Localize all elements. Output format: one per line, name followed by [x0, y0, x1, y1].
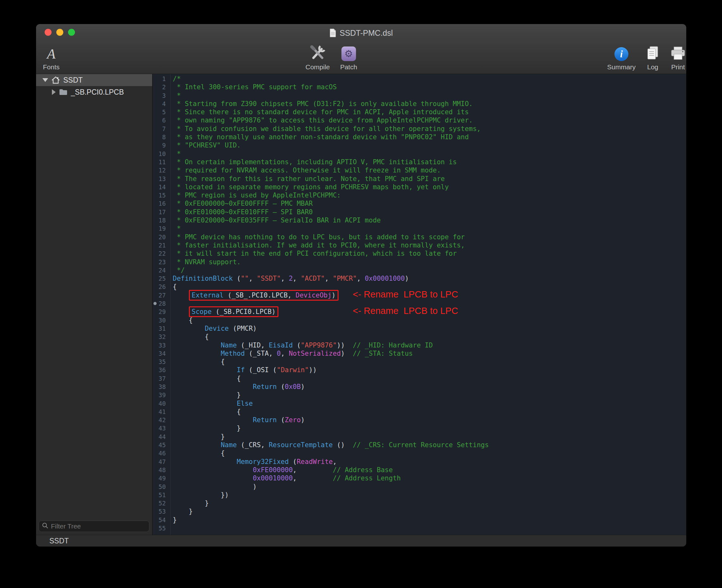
code-token: Scope — [192, 308, 212, 316]
code-line: 13 * The reason for this is rather uncle… — [152, 175, 686, 183]
line-number: 18 — [152, 216, 170, 224]
code-text: * 0xFE000000~0xFE00FFFF – PMC MBAR — [170, 200, 686, 208]
code-token: , — [293, 466, 333, 474]
code-token: } — [173, 391, 241, 399]
code-token: Return — [253, 383, 277, 391]
code-editor[interactable]: 1/*2 * Intel 300-series PMC support for … — [152, 74, 686, 535]
code-token: "" — [241, 275, 249, 282]
line-number: 38 — [152, 383, 170, 391]
compile-label: Compile — [305, 63, 330, 71]
code-text: } — [170, 391, 686, 399]
statusbar-selection-label: SSDT — [49, 537, 69, 545]
compile-button[interactable]: Compile — [305, 45, 330, 71]
code-token: DefinitionBlock — [173, 275, 233, 282]
line-number: 12 — [152, 166, 170, 174]
code-token: 0xFE000000 — [253, 466, 293, 474]
code-token: * The reason for this is rather unclear.… — [173, 175, 445, 183]
code-token: // Address Length — [333, 475, 401, 482]
code-token: * required for NVRAM access. Otherwise i… — [173, 166, 441, 174]
code-line: 31 Device (PMCR) — [152, 324, 686, 333]
line-number: 5 — [152, 108, 170, 116]
code-text: /* — [170, 75, 686, 83]
line-number: 13 — [152, 175, 170, 183]
code-token: } — [173, 499, 209, 507]
filter-tree-input[interactable] — [51, 523, 146, 530]
code-token: * — [173, 225, 180, 232]
code-line: 33 Name (_HID, EisaId ("APP9876")) // _H… — [152, 341, 686, 350]
patch-button[interactable]: ⚙ Patch — [340, 45, 357, 71]
code-token: // _STA: Status — [353, 350, 413, 357]
code-token — [173, 366, 237, 374]
code-line: 52 } — [152, 499, 686, 507]
code-text — [170, 524, 686, 532]
print-button[interactable]: Print — [670, 45, 686, 71]
code-line: 32 { — [152, 333, 686, 341]
fonts-button[interactable]: A Fonts — [43, 45, 60, 71]
code-text: * 0xFE010000~0xFE010FFF – SPI BAR0 — [170, 208, 686, 216]
code-line: 9 * "PCHRESV" UID. — [152, 141, 686, 149]
code-line: 27 External (_SB_.PCI0.LPCB, DeviceObj)<… — [152, 291, 686, 299]
log-label: Log — [647, 63, 658, 71]
sidebar: SSDT _SB.PCI0.LPCB — [36, 74, 152, 535]
code-token: (_SB.PCI0.LPCB) — [212, 308, 276, 316]
search-icon — [42, 523, 48, 530]
code-token: // Address Base — [333, 466, 393, 474]
code-text: * To avoid confusion we disable this dev… — [170, 125, 686, 133]
code-line: 11 * On certain implementations, includi… — [152, 158, 686, 166]
code-token: Name — [221, 341, 237, 349]
code-text: * own naming "APP9876" to access this de… — [170, 116, 686, 124]
code-token: ) — [332, 292, 336, 299]
line-number: 34 — [152, 350, 170, 358]
code-token: "PMCR" — [333, 275, 357, 282]
line-number: 3 — [152, 91, 170, 100]
line-number: 43 — [152, 424, 170, 432]
code-line: 4 * Starting from Z390 chipsets PMC (D31… — [152, 100, 686, 108]
line-number: 35 — [152, 358, 170, 366]
line-number: 8 — [152, 133, 170, 141]
code-token: * NVRAM support. — [173, 258, 241, 266]
code-text: { — [170, 449, 686, 457]
code-token: ) — [173, 483, 257, 490]
line-number: 6 — [152, 116, 170, 124]
code-token: * 0xFE020000~0xFE035FFF – SerialIo BAR i… — [173, 216, 381, 224]
code-text: } — [170, 499, 686, 507]
code-token — [173, 475, 253, 482]
line-number: 41 — [152, 407, 170, 416]
code-token: ) — [341, 350, 353, 357]
sidebar-item-sb-pci0-lpcb[interactable]: _SB.PCI0.LPCB — [36, 86, 152, 98]
code-token: } — [173, 433, 225, 441]
line-number: 32 — [152, 333, 170, 341]
code-text: { — [170, 316, 686, 324]
window-header: SSDT-PMC.dsl A Fonts Compile — [36, 24, 686, 74]
line-number: 4 — [152, 100, 170, 108]
summary-button[interactable]: i Summary — [607, 45, 636, 71]
code-token: (_HID, — [237, 341, 269, 349]
code-token — [173, 325, 205, 332]
code-text: * — [170, 91, 686, 100]
code-text: * NVRAM support. — [170, 258, 686, 266]
code-token: , — [249, 275, 257, 282]
code-text: * On certain implementations, including … — [170, 158, 686, 166]
toolbar: A Fonts Compile ⚙ — [36, 41, 686, 74]
code-text: Return (0x0B) — [170, 383, 686, 391]
log-button[interactable]: Log — [645, 45, 660, 71]
code-line: 23 * NVRAM support. — [152, 258, 686, 266]
desktop: { "colors": { "comment": "#3f9f3c", "key… — [0, 0, 722, 588]
code-text: * as they normally use another non-stand… — [170, 133, 686, 141]
line-number: 40 — [152, 399, 170, 407]
sidebar-item-ssdt[interactable]: SSDT — [36, 74, 152, 86]
code-line: 34 Method (_STA, 0, NotSerialized) // _S… — [152, 350, 686, 358]
disclosure-closed-icon[interactable] — [52, 89, 56, 95]
disclosure-open-icon[interactable] — [42, 78, 48, 82]
line-number: 39 — [152, 391, 170, 399]
code-token: * located in separate memory regions and… — [173, 183, 449, 191]
code-token: , — [333, 458, 337, 465]
code-token: If — [237, 366, 245, 374]
code-text: }) — [170, 491, 686, 499]
line-number: 11 — [152, 158, 170, 166]
titlebar[interactable]: SSDT-PMC.dsl — [36, 24, 686, 41]
code-token: () — [333, 441, 353, 449]
code-token: 2 — [289, 275, 293, 282]
code-token: EisaId — [269, 341, 293, 349]
code-line: 16 * 0xFE000000~0xFE00FFFF – PMC MBAR — [152, 200, 686, 208]
